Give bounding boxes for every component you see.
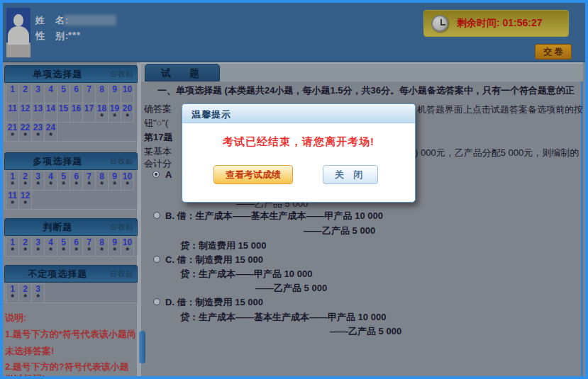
exam-page: 姓 名: 性 别: *** 剩余时间: 01:56:27 交 卷 单项选择题 ⊟…: [0, 0, 588, 379]
close-button[interactable]: 关 闭: [323, 165, 378, 184]
notice-modal: 温馨提示 考试已经结束，请您离开考场! 查看考试成绩 关 闭: [182, 103, 416, 203]
modal-title-bar: 温馨提示: [182, 104, 415, 123]
view-score-button[interactable]: 查看考试成绩: [213, 165, 293, 184]
modal-message: 考试已经结束，请您离开考场!: [182, 135, 415, 149]
modal-title: 温馨提示: [192, 108, 231, 121]
